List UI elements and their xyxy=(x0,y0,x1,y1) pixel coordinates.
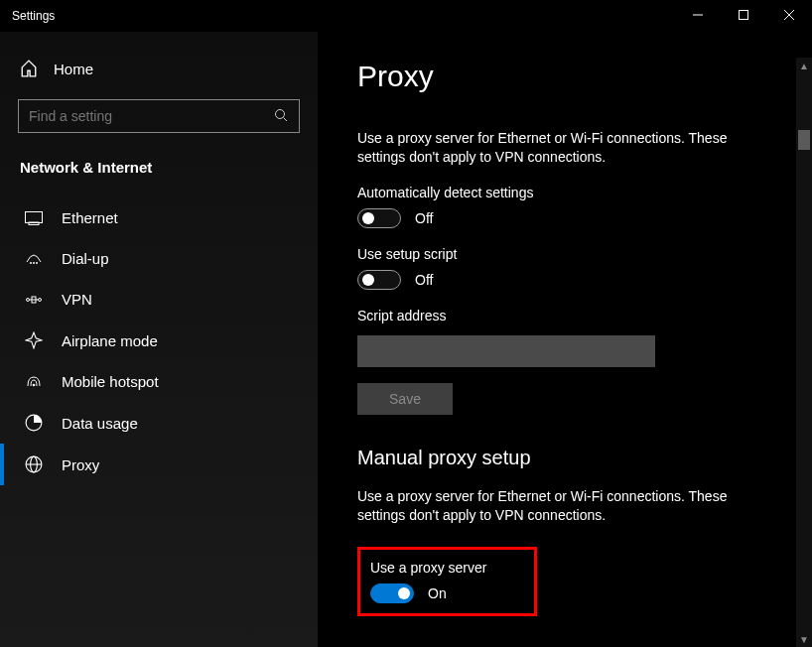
svg-point-11 xyxy=(27,298,30,301)
sidebar-item-datausage[interactable]: Data usage xyxy=(0,402,318,444)
svg-point-15 xyxy=(33,383,36,386)
script-address-input[interactable] xyxy=(357,335,655,367)
category-header: Network & Internet xyxy=(0,149,318,197)
svg-point-9 xyxy=(33,262,35,264)
use-proxy-toggle[interactable] xyxy=(370,583,414,603)
home-link[interactable]: Home xyxy=(0,52,318,91)
sidebar-item-dialup[interactable]: Dial-up xyxy=(0,238,318,279)
sidebar-item-proxy[interactable]: Proxy xyxy=(0,444,318,485)
svg-point-8 xyxy=(30,262,32,264)
svg-point-4 xyxy=(276,110,285,119)
page-title: Proxy xyxy=(357,60,772,93)
sidebar-item-label: Data usage xyxy=(62,415,138,432)
vpn-icon xyxy=(24,293,44,307)
svg-point-10 xyxy=(36,262,38,264)
sidebar-item-airplane[interactable]: Airplane mode xyxy=(0,320,318,361)
sidebar-item-label: Proxy xyxy=(62,456,99,473)
use-proxy-state: On xyxy=(428,585,447,601)
hotspot-icon xyxy=(24,374,44,390)
search-input[interactable] xyxy=(18,99,300,133)
sidebar-item-label: Mobile hotspot xyxy=(62,373,159,390)
manual-proxy-header: Manual proxy setup xyxy=(357,447,772,469)
sidebar-item-label: Ethernet xyxy=(62,209,118,226)
dialup-icon xyxy=(24,252,44,266)
airplane-icon xyxy=(24,331,44,349)
svg-line-5 xyxy=(284,118,288,122)
sidebar: Home Network & Internet Ethernet xyxy=(0,32,318,647)
svg-point-12 xyxy=(39,298,42,301)
content-pane: ▲ ▼ Proxy Use a proxy server for Etherne… xyxy=(318,32,812,647)
ethernet-icon xyxy=(24,211,44,225)
manual-proxy-description: Use a proxy server for Ethernet or Wi-Fi… xyxy=(357,487,772,525)
proxy-icon xyxy=(24,455,44,473)
setup-script-toggle[interactable] xyxy=(357,270,401,290)
use-proxy-label: Use a proxy server xyxy=(370,560,486,576)
scroll-up-icon[interactable]: ▲ xyxy=(796,58,812,73)
sidebar-item-label: Airplane mode xyxy=(62,332,158,349)
auto-detect-label: Automatically detect settings xyxy=(357,185,772,200)
scrollbar-thumb[interactable] xyxy=(798,130,810,150)
auto-proxy-description: Use a proxy server for Ethernet or Wi-Fi… xyxy=(357,129,772,167)
search-icon xyxy=(274,108,288,122)
sidebar-item-hotspot[interactable]: Mobile hotspot xyxy=(0,361,318,402)
save-button[interactable]: Save xyxy=(357,383,453,415)
sidebar-item-label: Dial-up xyxy=(62,250,109,267)
app-title: Settings xyxy=(12,9,55,23)
maximize-button[interactable] xyxy=(721,0,766,30)
auto-detect-toggle[interactable] xyxy=(357,208,401,228)
script-address-label: Script address xyxy=(357,308,772,324)
titlebar: Settings xyxy=(0,0,812,32)
setup-script-state: Off xyxy=(415,272,433,288)
close-button[interactable] xyxy=(766,0,812,30)
sidebar-item-ethernet[interactable]: Ethernet xyxy=(0,197,318,238)
highlight-annotation: Use a proxy server On xyxy=(357,547,537,616)
scroll-down-icon[interactable]: ▼ xyxy=(796,631,812,647)
svg-rect-7 xyxy=(29,222,39,225)
minimize-button[interactable] xyxy=(675,0,721,30)
sidebar-item-label: VPN xyxy=(62,291,92,308)
datausage-icon xyxy=(24,414,44,432)
svg-rect-1 xyxy=(740,11,748,20)
auto-detect-state: Off xyxy=(415,210,433,226)
setup-script-label: Use setup script xyxy=(357,246,772,262)
svg-rect-6 xyxy=(26,211,43,222)
sidebar-item-vpn[interactable]: VPN xyxy=(0,279,318,320)
home-icon xyxy=(20,60,38,77)
home-label: Home xyxy=(54,61,93,77)
window-controls xyxy=(675,0,812,30)
